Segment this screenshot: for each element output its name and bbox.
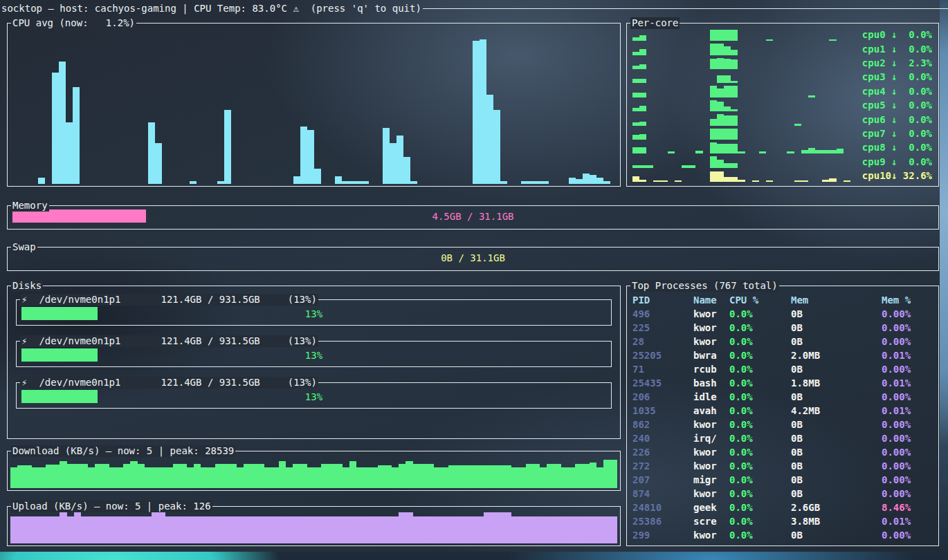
core-name: cpu6 <box>862 114 891 125</box>
disk-usage: 121.4GB / 931.5GB <box>161 377 259 389</box>
process-mem: 0B <box>791 419 882 430</box>
core-sparkline <box>632 72 850 83</box>
down-arrow-icon: ↓ <box>891 86 897 97</box>
core-usage-value: 0.0% <box>897 142 932 153</box>
core-usage-value: 0.0% <box>897 86 932 97</box>
core-row: cpu4 ↓ 0.0% <box>627 84 938 97</box>
disk-gauge-label: 13% <box>21 391 606 402</box>
process-row: 240 irq/ 0.0% 0B 0.00% <box>627 431 938 445</box>
disk-path: /dev/nvme0n1p1 <box>39 335 120 347</box>
process-row: 25386 scre 0.0% 3.8MB 0.01% <box>627 514 938 528</box>
process-name: migr <box>693 474 729 485</box>
swap-panel-title: Swap <box>11 241 37 253</box>
process-row: 24810 geek 0.0% 2.6GB 8.46% <box>627 501 938 514</box>
lightning-icon: ⚡ <box>21 377 27 389</box>
down-arrow-icon: ↓ <box>891 170 897 181</box>
col-header-name: Name <box>693 295 729 306</box>
process-cpu-percent: 0.0% <box>729 391 791 402</box>
core-row: cpu0 ↓ 0.0% <box>627 28 938 41</box>
process-mem-percent: 0.00% <box>882 391 938 402</box>
disk-gauge-label: 13% <box>21 350 606 361</box>
process-row: 272 kwor 0.0% 0B 0.00% <box>627 459 938 473</box>
down-arrow-icon: ↓ <box>891 156 897 167</box>
upload-chart <box>10 511 617 543</box>
download-chart <box>10 460 617 488</box>
core-name: cpu9 <box>862 156 891 167</box>
process-mem-percent: 0.00% <box>882 460 938 472</box>
core-label: cpu6 ↓ 0.0% <box>862 114 932 125</box>
process-name: bash <box>693 377 729 389</box>
core-usage-value: 0.0% <box>897 44 932 55</box>
process-pid: 25386 <box>632 516 693 527</box>
core-sparkline <box>632 30 850 41</box>
process-name: kwor <box>693 447 729 458</box>
process-cpu-percent: 0.0% <box>729 405 791 416</box>
process-mem-percent: 0.00% <box>882 433 938 444</box>
memory-usage-label: 4.5GB / 31.1GB <box>12 211 933 222</box>
process-mem: 0B <box>791 391 882 402</box>
process-name: avah <box>693 405 729 416</box>
cpu-avg-panel: CPU avg (now: 1.2%) <box>7 23 621 187</box>
disk-list: ⚡ /dev/nvme0n1p1 121.4GB / 931.5GB (13%)… <box>8 286 620 438</box>
process-mem-percent: 0.00% <box>882 364 938 375</box>
col-header-mem: Mem <box>791 295 882 306</box>
process-pid: 71 <box>632 364 693 375</box>
core-sparkline <box>632 129 850 140</box>
swap-gauge: 0B / 31.1GB <box>12 251 933 264</box>
process-pid: 28 <box>632 336 693 347</box>
disk-entry: ⚡ /dev/nvme0n1p1 121.4GB / 931.5GB (13%)… <box>16 382 612 409</box>
process-cpu-percent: 0.0% <box>729 350 791 361</box>
core-usage-value: 0.0% <box>897 100 932 111</box>
swap-usage-label: 0B / 31.1GB <box>12 252 933 263</box>
process-pid: 25205 <box>632 350 693 361</box>
core-usage-value: 0.0% <box>897 156 932 167</box>
process-mem: 1.8MB <box>791 377 882 389</box>
col-header-cpu: CPU % <box>729 295 791 306</box>
process-cpu-percent: 0.0% <box>729 322 791 333</box>
process-cpu-percent: 0.0% <box>729 530 791 541</box>
process-pid: 206 <box>632 391 693 402</box>
process-row: 1035 avah 0.0% 4.2MB 0.01% <box>627 404 938 418</box>
core-usage-value: 0.0% <box>897 71 932 82</box>
core-label: cpu5 ↓ 0.0% <box>862 100 932 111</box>
core-label: cpu3 ↓ 0.0% <box>862 71 932 82</box>
process-name: bwra <box>693 350 729 361</box>
core-name: cpu4 <box>862 86 891 97</box>
process-mem: 0B <box>791 364 882 375</box>
col-header-pid: PID <box>632 295 693 306</box>
process-mem: 3.8MB <box>791 516 882 527</box>
core-sparkline <box>632 142 850 153</box>
process-mem: 0B <box>791 433 882 444</box>
disk-gauge-label: 13% <box>21 308 606 319</box>
down-arrow-icon: ↓ <box>891 142 897 153</box>
process-name: kwor <box>693 308 729 319</box>
cpu-avg-panel-title: CPU avg (now: 1.2%) <box>11 17 136 29</box>
process-cpu-percent: 0.0% <box>729 460 791 472</box>
process-name: idle <box>693 391 729 402</box>
process-pid: 1035 <box>632 405 693 416</box>
process-pid: 225 <box>632 322 693 333</box>
process-mem-percent: 0.01% <box>882 350 938 361</box>
down-arrow-icon: ↓ <box>891 100 897 111</box>
download-panel-title: Download (KB/s) — now: 5 | peak: 28539 <box>11 445 235 457</box>
core-name: cpu10 <box>862 170 891 181</box>
process-cpu-percent: 0.0% <box>729 516 791 527</box>
terminal-window: socktop — host: cachyos-gaming | CPU Tem… <box>0 0 940 552</box>
process-mem-percent: 0.00% <box>882 336 938 347</box>
core-name: cpu0 <box>862 29 891 40</box>
process-row: 25435 bash 0.0% 1.8MB 0.01% <box>627 376 938 390</box>
core-name: cpu1 <box>862 44 891 55</box>
core-sparkline <box>632 171 850 182</box>
process-row: 226 kwor 0.0% 0B 0.00% <box>627 445 938 459</box>
process-mem: 0B <box>791 474 882 485</box>
title-border-line <box>423 8 948 9</box>
core-row: cpu9 ↓ 0.0% <box>627 154 938 168</box>
core-label: cpu10 ↓ 32.6% <box>862 170 932 181</box>
disk-entry-title: ⚡ /dev/nvme0n1p1 121.4GB / 931.5GB (13%) <box>20 335 318 347</box>
core-name: cpu7 <box>862 128 891 139</box>
process-name: kwor <box>693 488 729 499</box>
disk-entry: ⚡ /dev/nvme0n1p1 121.4GB / 931.5GB (13%)… <box>16 341 612 367</box>
core-sparkline <box>632 44 850 55</box>
process-mem: 0B <box>791 308 882 319</box>
process-name: kwor <box>693 419 729 430</box>
